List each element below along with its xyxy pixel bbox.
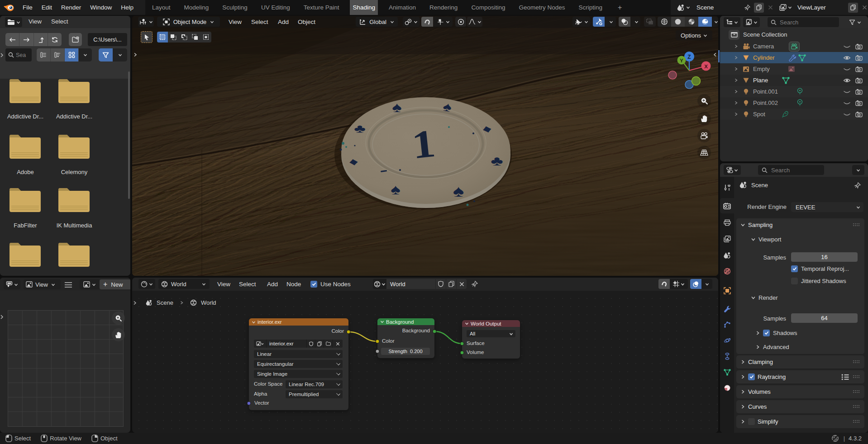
- svg-text:♠: ♠: [453, 182, 464, 200]
- svg-text:♣: ♣: [354, 122, 366, 135]
- svg-text:X: X: [704, 64, 708, 69]
- svg-text:Y: Y: [680, 58, 683, 63]
- svg-text:Z: Z: [687, 54, 691, 60]
- svg-text:♠: ♠: [391, 181, 401, 198]
- svg-text:♣: ♣: [491, 153, 503, 169]
- svg-text:1: 1: [410, 121, 437, 167]
- svg-text:♠: ♠: [392, 99, 402, 115]
